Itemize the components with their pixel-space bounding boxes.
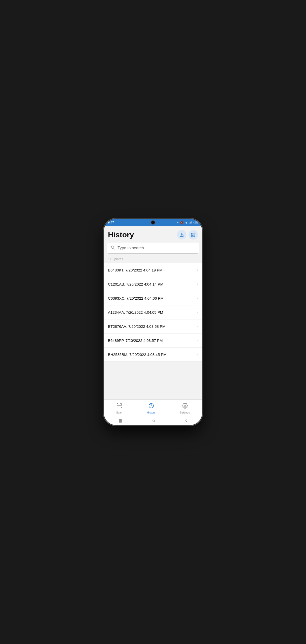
svg-line-5 xyxy=(113,248,114,249)
svg-rect-1 xyxy=(190,222,190,223)
bottom-nav: Scan History xyxy=(104,399,202,416)
list-item[interactable]: C1201AB, 7/20/2022 4:04:14 PM › xyxy=(104,277,202,291)
chevron-icon: › xyxy=(197,338,198,343)
main-content: History xyxy=(104,226,202,399)
list-item-text: B6489PP, 7/20/2022 4:03:57 PM xyxy=(108,338,163,343)
list-item[interactable]: A1234AA, 7/20/2022 4:04:05 PM › xyxy=(104,305,202,319)
wifi-icon xyxy=(184,221,188,224)
chevron-icon: › xyxy=(197,296,198,300)
search-input[interactable] xyxy=(118,246,196,250)
chevron-icon: › xyxy=(197,324,198,329)
status-bar: 9:47 ∗ 🔇 xyxy=(104,219,202,226)
list-item-text: BT2876AA, 7/20/2022 4:03:58 PM xyxy=(108,324,166,329)
nav-scan-label: Scan xyxy=(116,411,122,414)
chevron-icon: › xyxy=(197,310,198,314)
menu-button[interactable]: ||| xyxy=(119,418,122,423)
list-item[interactable]: B6480KT, 7/20/2022 4:04:19 PM › xyxy=(104,263,202,277)
svg-rect-3 xyxy=(191,221,192,223)
mute-icon: 🔇 xyxy=(180,221,183,224)
home-button[interactable]: ○ xyxy=(152,418,155,424)
page-title: History xyxy=(108,231,134,239)
nav-scan[interactable]: Scan xyxy=(112,402,126,415)
nav-history-label: History xyxy=(147,411,156,414)
status-time: 9:47 xyxy=(108,221,114,224)
phone-screen: 9:47 ∗ 🔇 xyxy=(104,219,202,425)
nav-settings[interactable]: Settings xyxy=(176,402,194,415)
list-item[interactable]: BT2876AA, 7/20/2022 4:03:58 PM › xyxy=(104,319,202,333)
list-item-text: C1201AB, 7/20/2022 4:04:14 PM xyxy=(108,282,163,286)
edit-button[interactable] xyxy=(188,230,198,240)
svg-rect-0 xyxy=(189,222,189,223)
svg-rect-2 xyxy=(190,222,191,223)
phone-frame: 9:47 ∗ 🔇 xyxy=(104,219,202,425)
list-container[interactable]: B6480KT, 7/20/2022 4:04:19 PM › C1201AB,… xyxy=(104,263,202,399)
list-item-text: B6480KT, 7/20/2022 4:04:19 PM xyxy=(108,268,163,272)
back-button[interactable]: ‹ xyxy=(185,417,187,424)
list-item-text: BH2585BM, 7/20/2022 4:03:45 PM xyxy=(108,352,167,357)
svg-point-7 xyxy=(184,405,186,406)
battery-icon: 42% xyxy=(193,221,198,224)
list-item-text: A1234AA, 7/20/2022 4:04:05 PM xyxy=(108,310,163,314)
signal-icon xyxy=(189,221,192,224)
list-item[interactable]: BH2585BM, 7/20/2022 4:03:45 PM › xyxy=(104,348,202,361)
settings-icon xyxy=(182,403,188,410)
search-container xyxy=(107,243,199,254)
chevron-icon: › xyxy=(197,268,198,272)
chevron-icon: › xyxy=(197,352,198,357)
history-icon xyxy=(148,403,154,410)
plates-count: 116 plates xyxy=(104,256,202,263)
status-icons: ∗ 🔇 42% xyxy=(177,221,198,224)
list-item-text: C6393XC, 7/20/2022 4:04:06 PM xyxy=(108,296,164,300)
header-actions xyxy=(177,230,198,240)
list-item[interactable]: B6489PP, 7/20/2022 4:03:57 PM › xyxy=(104,334,202,347)
bluetooth-icon: ∗ xyxy=(177,221,179,224)
scan-icon xyxy=(116,403,122,410)
chevron-icon: › xyxy=(197,282,198,286)
download-button[interactable] xyxy=(177,230,186,240)
nav-history[interactable]: History xyxy=(143,402,160,415)
list-item[interactable]: C6393XC, 7/20/2022 4:04:06 PM › xyxy=(104,291,202,305)
search-icon xyxy=(110,245,115,251)
header: History xyxy=(104,226,202,242)
nav-settings-label: Settings xyxy=(180,411,190,414)
system-nav: ||| ○ ‹ xyxy=(104,416,202,425)
